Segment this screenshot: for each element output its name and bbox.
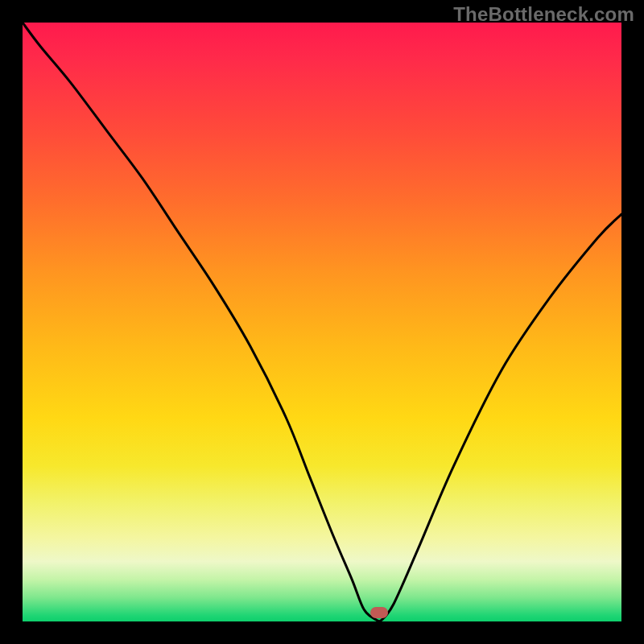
chart-frame: TheBottleneck.com	[0, 0, 644, 644]
optimal-point-marker	[370, 607, 388, 618]
bottleneck-curve	[23, 23, 621, 621]
chart-curve-svg	[23, 23, 621, 621]
chart-plot-area	[23, 23, 621, 621]
